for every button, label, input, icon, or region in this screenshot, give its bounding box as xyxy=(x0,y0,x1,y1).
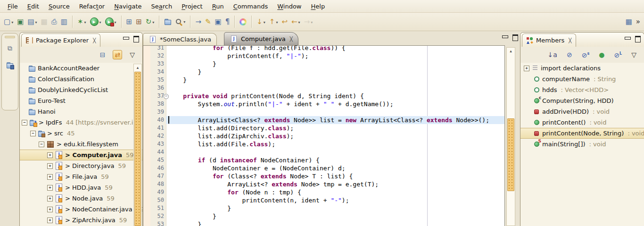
tree-item-doublylinkedcycliclist[interactable]: DoublyLinkedCyclicList xyxy=(20,84,142,95)
tree-item-node-java[interactable]: +> Node.java59 xyxy=(20,193,142,204)
maximize-button[interactable] xyxy=(635,36,641,42)
link-with-editor-button[interactable]: ⇄ xyxy=(113,50,122,59)
menu-run[interactable]: Run xyxy=(207,1,229,11)
tree-item-ipdfs[interactable]: −J> IpdFs44 [https://svnserver.i xyxy=(20,117,142,128)
package-explorer-tab[interactable]: Package Explorer ╳ xyxy=(21,33,100,47)
new-project-button[interactable]: ⊞ xyxy=(124,17,134,27)
menu-search[interactable]: Search xyxy=(147,1,177,11)
collapse-all-button[interactable]: ⊟ xyxy=(98,50,107,59)
code-line-33[interactable]: 33 } xyxy=(143,60,504,68)
tree-item-hdd-java[interactable]: +> HDD.java59 xyxy=(20,182,142,193)
view-menu-button[interactable]: ▽ xyxy=(629,50,638,59)
editor-tab-computer-java[interactable]: Computer.java╳ xyxy=(224,32,298,45)
menu-window[interactable]: Window xyxy=(272,1,306,11)
fold-collapse-icon[interactable]: − xyxy=(164,94,169,99)
hide-static-members-button[interactable]: ⊘s xyxy=(580,49,592,60)
tree-item-file-java[interactable]: +> File.java59 xyxy=(20,171,142,182)
code-line-35[interactable]: 35 } xyxy=(143,76,504,84)
scroll-up-icon[interactable]: ▴ xyxy=(507,48,515,54)
code-line-53[interactable]: 53 } xyxy=(143,220,504,226)
expander-icon[interactable]: + xyxy=(47,174,53,180)
code-line-34[interactable]: 34 } xyxy=(143,68,504,76)
expander-icon[interactable]: + xyxy=(47,207,53,212)
menu-edit[interactable]: Edit xyxy=(23,1,44,11)
view-menu-button[interactable]: ▽ xyxy=(128,50,137,59)
tree-item-ziparchiv-java[interactable]: +> ZipArchiv.java59 xyxy=(20,215,142,226)
member-item-import-declarations[interactable]: +import declarations xyxy=(520,63,644,74)
member-item-computername[interactable]: computerName: String xyxy=(520,74,644,84)
run-external-tools-button[interactable]: ▶▾ xyxy=(103,16,118,27)
code-line-48[interactable]: 48 ArrayList<? extends Node> tmp = e.get… xyxy=(143,180,504,188)
expander-icon[interactable]: − xyxy=(30,131,36,136)
package-explorer-scrollbar[interactable]: ▴ xyxy=(133,64,142,226)
tree-item-colorclassification[interactable]: ColorClassification xyxy=(20,74,142,84)
code-line-36[interactable]: 36 xyxy=(143,84,504,92)
scrollbar-thumb[interactable] xyxy=(507,118,514,191)
expander-icon[interactable]: − xyxy=(22,120,27,126)
expander-icon[interactable]: + xyxy=(524,66,529,71)
menu-help[interactable]: Help xyxy=(306,1,330,11)
tree-item-edu-kit-filesystem[interactable]: −> edu.kit.filesystem xyxy=(20,139,142,150)
fast-view-bar-handle[interactable] xyxy=(5,36,15,38)
code-line-46[interactable]: 46 NodeContainer e = (NodeContainer) d; xyxy=(143,164,504,172)
expander-icon[interactable]: + xyxy=(47,152,53,158)
close-icon[interactable]: ╳ xyxy=(569,38,571,43)
menu-file[interactable]: File xyxy=(3,1,23,11)
color-theme-button[interactable] xyxy=(238,17,248,27)
hide-non-public-members-button[interactable]: ● xyxy=(597,50,606,59)
generate-button[interactable]: ↻▾ xyxy=(144,17,157,27)
code-line-43[interactable]: 43 list.add(File.class); xyxy=(143,140,504,148)
print-button[interactable]: ⎙ xyxy=(50,17,59,27)
toggle-mark-occurrences-button[interactable]: ✎ xyxy=(203,17,213,27)
menu-commands[interactable]: Commands xyxy=(229,1,273,11)
code-line-42[interactable]: 42 list.add(ZipArchiv.class); xyxy=(143,132,504,140)
expander-icon[interactable]: − xyxy=(39,142,44,147)
fast-view-button[interactable]: ▦ xyxy=(624,17,634,27)
code-line-50[interactable]: 50 printContent(n, ident + "-"); xyxy=(143,196,504,204)
menu-source[interactable]: Source xyxy=(44,1,74,11)
code-line-32[interactable]: 32 printContent(f, "|-"); xyxy=(143,52,504,60)
show-whitespace-button[interactable]: ¶ xyxy=(223,17,232,27)
editor-tab-someclass-java[interactable]: *SomeClass.java xyxy=(143,33,217,45)
minimize-button[interactable] xyxy=(123,37,129,40)
hide-fields-button[interactable]: ⊘ xyxy=(565,50,574,59)
open-resource-button[interactable] xyxy=(162,17,173,27)
minimize-button[interactable] xyxy=(502,35,508,38)
menu-project[interactable]: Project xyxy=(177,1,207,11)
back-button[interactable]: ←▾ xyxy=(289,17,302,27)
new-class-button[interactable]: ▣ xyxy=(15,17,25,27)
build-button[interactable]: ▥ xyxy=(59,17,69,27)
toolbar-overflow-button[interactable]: » xyxy=(634,17,642,27)
previous-annotation-button[interactable]: ↑▾ xyxy=(267,17,280,27)
member-item-printcontent-node-string[interactable]: printContent(Node, String): void xyxy=(520,128,644,139)
new-junit-test-button[interactable]: ⊞ xyxy=(134,17,144,27)
tree-item-bankaccountreader[interactable]: BankAccountReader xyxy=(20,63,142,74)
member-item-hdds[interactable]: hdds: Vector<HDD> xyxy=(520,84,644,95)
scrollbar-thumb[interactable] xyxy=(134,72,141,226)
tree-item-directory-java[interactable]: +> Directory.java59 xyxy=(20,160,142,171)
members-tab[interactable]: Members ╳ xyxy=(522,33,576,47)
debug-button[interactable]: ✶▾ xyxy=(75,17,88,27)
next-member-button[interactable]: → xyxy=(193,17,203,27)
tree-item-euro-test[interactable]: Euro-Test xyxy=(20,95,142,106)
member-item-main-string[interactable]: Smain(String[]): void xyxy=(520,139,644,150)
maximize-button[interactable] xyxy=(512,34,518,41)
show-selected-element-button[interactable]: ▣ xyxy=(213,17,223,27)
member-item-computer-string-hdd[interactable]: cComputer(String, HDD) xyxy=(520,95,644,106)
scroll-up-icon[interactable]: ▴ xyxy=(134,65,141,70)
run-button[interactable]: ▶▾ xyxy=(88,16,103,27)
tree-item-nodecontainer-java[interactable]: +> NodeContainer.java59 xyxy=(20,204,142,215)
code-editor[interactable]: 31 for (File f : hdd.get(File.class)) {3… xyxy=(143,45,505,226)
code-line-49[interactable]: 49 for (Node n : tmp) { xyxy=(143,188,504,196)
code-line-39[interactable]: 39 xyxy=(143,108,504,116)
editor-scrollbar[interactable]: ▴ xyxy=(506,47,515,226)
forward-button[interactable]: →▾ xyxy=(302,17,315,27)
tree-item-computer-java[interactable]: +> Computer.java59 xyxy=(20,150,142,160)
new-view-button[interactable]: ▤▾ xyxy=(25,17,39,27)
close-icon[interactable]: ╳ xyxy=(93,38,96,43)
restore-views-icon[interactable]: ⧉ xyxy=(5,44,15,52)
new-wizard-button[interactable]: ▢▾ xyxy=(2,17,15,27)
member-item-adddrive-hdd[interactable]: addDrive(HDD): void xyxy=(520,106,644,117)
code-line-40[interactable]: 40 ArrayList<Class<? extends Node>> list… xyxy=(143,116,504,124)
code-line-31[interactable]: 31 for (File f : hdd.get(File.class)) { xyxy=(143,45,504,52)
